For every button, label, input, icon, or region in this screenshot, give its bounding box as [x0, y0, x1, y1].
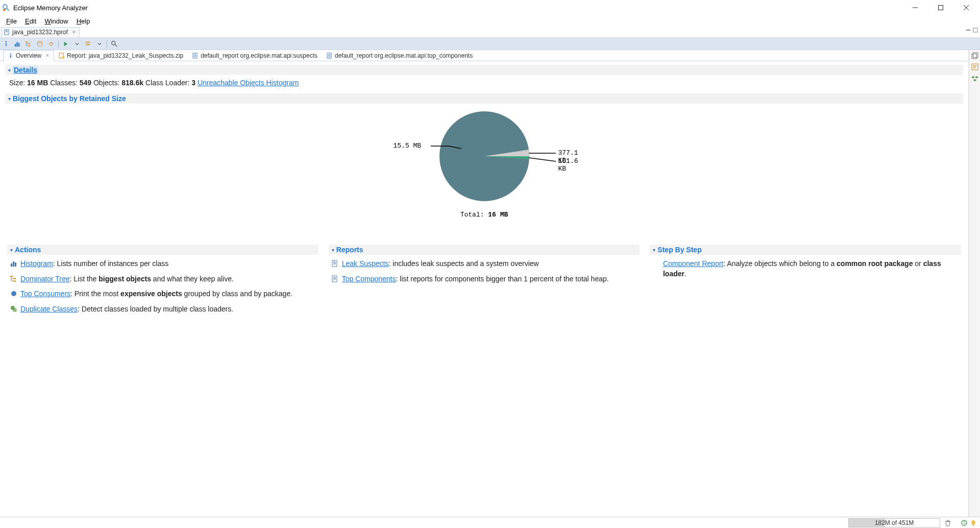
- tab-suspects[interactable]: default_report org.eclipse.mat.api:suspe…: [188, 50, 322, 61]
- close-tab-icon[interactable]: ✕: [45, 53, 50, 58]
- tab-label: Report: java_pid13232_Leak_Suspects.zip: [67, 52, 183, 59]
- section-label: Details: [13, 66, 38, 74]
- heap-summary: Size: 16 MB Classes: 549 Objects: 818.6k…: [5, 77, 963, 92]
- report-icon: [59, 53, 65, 59]
- actions-column: ▾ Actions Histogram: Lists number of ins…: [7, 243, 318, 319]
- svg-rect-27: [10, 55, 11, 58]
- reports-column: ▾ Reports Leak Suspects: includes leak s…: [329, 243, 640, 319]
- action-duplicate-classes: Duplicate Classes: Detect classes loaded…: [10, 304, 315, 315]
- report-leak-suspects: Leak Suspects: includes leak suspects an…: [332, 259, 637, 269]
- close-tab-icon[interactable]: ✕: [72, 30, 76, 35]
- svg-rect-46: [332, 260, 337, 267]
- title-bar: Eclipse Memory Analyzer: [0, 0, 980, 15]
- histogram-link[interactable]: Histogram: [20, 259, 53, 268]
- tab-top-components[interactable]: default_report org.eclipse.mat.api:top_c…: [322, 50, 477, 61]
- close-button[interactable]: [961, 2, 972, 13]
- pie-label-3: 161.6 KB: [558, 157, 586, 173]
- report-icon: [332, 260, 339, 267]
- tree-icon: [10, 275, 17, 282]
- action-histogram: Histogram: Lists number of instances per…: [10, 259, 315, 269]
- menu-window[interactable]: Window: [41, 17, 71, 25]
- histogram-icon[interactable]: [13, 40, 21, 48]
- svg-rect-16: [18, 43, 20, 46]
- gc-icon[interactable]: [944, 519, 951, 526]
- maximize-button[interactable]: [935, 2, 946, 13]
- svg-rect-18: [28, 43, 30, 44]
- section-details[interactable]: ▾ Details: [5, 65, 963, 75]
- menu-help[interactable]: Help: [74, 17, 93, 25]
- status-bar: 182M of 451M: [0, 517, 980, 528]
- duplicate-link[interactable]: Duplicate Classes: [20, 305, 78, 313]
- query-icon[interactable]: [84, 40, 92, 48]
- tip-icon[interactable]: [970, 519, 977, 526]
- menu-bar: Filedocument.currentScript.previousEleme…: [0, 15, 980, 27]
- search-icon[interactable]: [110, 40, 118, 48]
- tab-leak-report[interactable]: Report: java_pid13232_Leak_Suspects.zip: [54, 50, 188, 61]
- stepby-column: ▾ Step By Step Component Report: Analyze…: [650, 243, 961, 319]
- menu-file[interactable]: Filedocument.currentScript.previousEleme…: [3, 17, 20, 25]
- svg-rect-13: [6, 43, 7, 46]
- svg-rect-56: [973, 524, 974, 525]
- tab-label: default_report org.eclipse.mat.api:top_c…: [335, 52, 473, 59]
- heap-meter[interactable]: 182M of 451M: [848, 518, 940, 527]
- heap-meter-label: 182M of 451M: [849, 519, 940, 527]
- pie-total: Total: 16 MB: [382, 211, 586, 219]
- svg-rect-42: [13, 280, 16, 282]
- duplicate-icon: [10, 305, 17, 313]
- expand-icon: ▾: [8, 67, 11, 73]
- svg-rect-40: [10, 276, 13, 277]
- info-icon: [8, 53, 14, 59]
- section-label: Reports: [336, 246, 363, 254]
- top-components-link[interactable]: Top Components: [342, 275, 396, 283]
- info-icon[interactable]: [2, 40, 10, 48]
- oql-icon[interactable]: [36, 40, 44, 48]
- svg-rect-10: [966, 30, 970, 31]
- top-consumers-link[interactable]: Top Consumers: [20, 290, 70, 298]
- component-report-link[interactable]: Component Report: [663, 259, 723, 268]
- svg-rect-17: [26, 41, 28, 42]
- leak-suspects-link[interactable]: Leak Suspects: [342, 259, 389, 268]
- section-biggest-objects[interactable]: ▾ Biggest Objects by Retained Size: [5, 93, 963, 104]
- tab-label: default_report org.eclipse.mat.api:suspe…: [201, 52, 317, 59]
- svg-rect-47: [332, 276, 337, 282]
- svg-rect-39: [15, 262, 16, 267]
- window-title: Eclipse Memory Analyzer: [13, 4, 910, 12]
- run-report-icon[interactable]: [62, 40, 70, 48]
- svg-rect-15: [16, 42, 18, 46]
- thread-icon[interactable]: [47, 40, 55, 48]
- svg-line-36: [529, 158, 555, 161]
- action-dominator: Dominator Tree: List the biggest objects…: [10, 274, 315, 284]
- svg-rect-2: [3, 9, 6, 11]
- svg-point-0: [3, 5, 7, 9]
- notes-icon[interactable]: [971, 63, 978, 70]
- minimize-button[interactable]: [910, 2, 921, 13]
- section-actions[interactable]: ▾ Actions: [7, 245, 318, 255]
- nav-icon[interactable]: [971, 75, 978, 82]
- pie-label-main: 15.5 MB: [394, 142, 422, 150]
- file-icon: [4, 29, 10, 35]
- svg-rect-4: [939, 6, 943, 10]
- updates-icon[interactable]: [961, 519, 968, 526]
- maximize-view-icon[interactable]: [973, 28, 978, 33]
- svg-rect-9: [6, 32, 8, 32]
- toolbar: [0, 38, 980, 50]
- tab-label: Overview: [16, 52, 41, 59]
- pie-chart: 15.5 MB 377.1 KB 161.6 KB Total: 16 MB: [5, 105, 963, 223]
- menu-edit[interactable]: Edit: [22, 17, 39, 25]
- unreachable-link[interactable]: Unreachable Objects Histogram: [198, 79, 299, 87]
- svg-point-55: [971, 520, 975, 524]
- tab-overview[interactable]: Overview ✕: [3, 50, 54, 61]
- tree-icon[interactable]: [24, 40, 33, 48]
- editor-tab[interactable]: java_pid13232.hprof ✕: [1, 27, 80, 37]
- section-label: Biggest Objects by Retained Size: [13, 94, 126, 103]
- expand-icon: ▾: [332, 247, 334, 253]
- dot-icon: [10, 290, 17, 297]
- minimize-view-icon[interactable]: [966, 28, 971, 33]
- svg-rect-51: [972, 77, 974, 79]
- section-reports[interactable]: ▾ Reports: [329, 245, 640, 255]
- section-stepby[interactable]: ▾ Step By Step: [650, 245, 961, 255]
- dropdown-icon[interactable]: [73, 40, 81, 48]
- dropdown-icon[interactable]: [95, 40, 104, 48]
- restore-icon[interactable]: [971, 52, 978, 59]
- dominator-link[interactable]: Dominator Tree: [20, 275, 69, 283]
